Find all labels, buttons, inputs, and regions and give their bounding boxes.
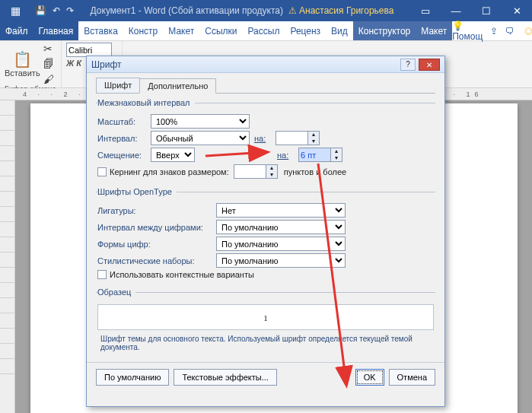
format-painter-icon[interactable]: 🖌 [43,73,54,85]
tell-me[interactable]: 💡 Помощ [452,21,483,42]
num-forms-label: Формы цифр: [97,240,212,249]
window-titlebar: ▦ 💾 ↶ ↷ Документ1 - Word (Сбой активации… [0,0,532,21]
tab-review[interactable]: Реценз [285,21,326,40]
kerning-checkbox[interactable]: Кернинг для знаков размером: [97,167,229,176]
cancel-button[interactable]: Отмена [389,369,435,386]
ok-button[interactable]: OK [355,369,384,386]
stylistic-combo[interactable]: По умолчанию [216,253,346,268]
spacing-by-label: на: [254,134,271,143]
tab-mailings[interactable]: Рассыл [243,21,285,40]
num-forms-combo[interactable]: По умолчанию [216,237,346,251]
dialog-footer: По умолчанию Текстовые эффекты... OK Отм… [87,362,444,392]
num-spacing-combo[interactable]: По умолчанию [216,220,346,234]
dialog-close-icon[interactable]: ✕ [419,59,440,71]
spacing-by-spinner[interactable]: ▴▾ [276,131,321,145]
preview-group: Образец 1 Шрифт темы для основного текст… [96,288,435,354]
tab-file[interactable]: Файл [0,21,33,40]
maximize-icon[interactable]: ☐ [471,5,502,17]
dialog-tab-font[interactable]: Шрифт [96,78,140,93]
qat-redo-icon[interactable]: ↷ [66,5,74,16]
position-combo[interactable]: Вверх [151,148,195,162]
ribbon-tabs: Файл Главная Вставка Констр Макет Ссылки… [0,21,532,41]
stylistic-label: Стилистические наборы: [97,256,212,265]
scale-combo[interactable]: 100% [151,114,250,129]
character-spacing-group: Межзнаковый интервал Масштаб: 100% Интер… [96,98,435,183]
scale-label: Масштаб: [97,117,146,126]
tab-layout2[interactable]: Макет [416,21,452,40]
document-title: Документ1 - Word [91,5,166,16]
minimize-icon[interactable]: — [441,5,471,17]
position-label: Смещение: [97,151,146,160]
copy-icon[interactable]: 🗐 [43,58,54,70]
cut-icon[interactable]: ✂ [43,43,54,55]
user-name: Анастасия Григорьева [299,5,393,16]
feedback-icon[interactable]: ☺ [522,24,532,38]
ribbon-options-icon[interactable]: ▭ [410,5,441,17]
dialog-tabs: Шрифт Дополнительно [96,78,435,94]
opentype-group: Шрифты OpenType Лигатуры:Нет Интервал ме… [96,187,435,283]
spacing-combo[interactable]: Обычный [151,131,250,145]
paste-button[interactable]: 📋 Вставить [5,50,40,78]
tab-home[interactable]: Главная [33,21,79,40]
activation-status: (Сбой активации продукта) [168,5,283,16]
preview-hint: Шрифт темы для основного текста. Использ… [97,333,434,353]
vertical-ruler[interactable] [0,100,15,413]
contextual-checkbox[interactable]: Использовать контекстные варианты [97,270,254,279]
warning-icon: ⚠ [288,5,297,16]
position-by-label: на: [277,151,294,160]
dialog-titlebar[interactable]: Шрифт ? ✕ [87,56,444,73]
text-effects-button[interactable]: Текстовые эффекты... [174,369,277,386]
dialog-help-icon[interactable]: ? [400,59,416,71]
position-by-spinner[interactable]: ▴▾ [298,148,344,162]
dialog-title: Шрифт [91,59,400,70]
tab-design[interactable]: Констр [123,21,163,40]
spacing-label: Интервал: [97,134,146,143]
preview-box: 1 [97,304,434,330]
kerning-spinner[interactable]: ▴▾ [234,164,279,179]
qat-undo-icon[interactable]: ↶ [53,5,60,16]
num-spacing-label: Интервал между цифрами: [97,223,212,232]
qat-save-icon[interactable]: 💾 [35,5,46,16]
ligatures-label: Лигатуры: [97,206,212,215]
tab-view[interactable]: Вид [326,21,353,40]
share-icon[interactable]: ⇪ [490,26,498,37]
font-dialog: Шрифт ? ✕ Шрифт Дополнительно Межзнаковы… [86,56,445,407]
close-icon[interactable]: ✕ [502,5,532,17]
tab-references[interactable]: Ссылки [199,21,242,40]
tab-layout[interactable]: Макет [163,21,199,40]
tab-insert[interactable]: Вставка [78,21,123,40]
word-app-icon: ▦ [0,5,30,17]
dialog-tab-advanced[interactable]: Дополнительно [139,78,216,94]
ligatures-combo[interactable]: Нет [216,203,346,218]
clipboard-icon: 📋 [13,50,32,68]
set-default-button[interactable]: По умолчанию [96,369,169,386]
kerning-suffix: пунктов и более [284,167,346,176]
tab-constructor[interactable]: Конструктор [353,21,416,40]
comments-icon[interactable]: 🗨 [505,26,514,37]
